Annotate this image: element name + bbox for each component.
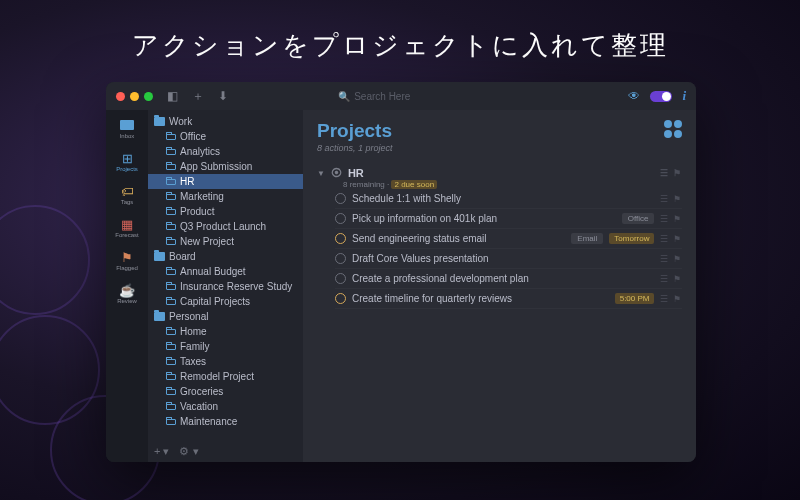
search-icon: 🔍	[338, 91, 350, 102]
task-tag[interactable]: Office	[622, 213, 655, 224]
view-grid-icon[interactable]	[664, 120, 682, 138]
rail-inbox[interactable]: Inbox	[119, 116, 135, 141]
task-row[interactable]: Create timeline for quarterly reviews5:0…	[335, 289, 682, 309]
outline-settings-button[interactable]: ⚙ ▾	[179, 445, 198, 458]
inbox-icon	[120, 120, 134, 130]
rail-forecast[interactable]: ▦ Forecast	[115, 215, 138, 240]
search-container: 🔍 Search Here	[234, 91, 622, 102]
folder-row[interactable]: Board	[148, 249, 303, 264]
project-row[interactable]: Marketing	[148, 189, 303, 204]
project-row[interactable]: Analytics	[148, 144, 303, 159]
task-row[interactable]: Draft Core Values presentation☰ ⚑	[335, 249, 682, 269]
task-checkbox[interactable]	[335, 213, 346, 224]
project-name: Groceries	[180, 386, 223, 397]
search-input[interactable]: 🔍 Search Here	[338, 91, 518, 102]
folder-row[interactable]: Personal	[148, 309, 303, 324]
task-title: Send engineering status email	[352, 233, 565, 244]
view-icon[interactable]: 👁	[628, 89, 640, 103]
titlebar: ◧ ＋ ⬇ 🔍 Search Here 👁 i	[106, 82, 696, 110]
rail-tags[interactable]: 🏷 Tags	[119, 182, 135, 207]
group-header[interactable]: ▼ ⦿ HR ☰ ⚑	[317, 167, 682, 179]
project-row[interactable]: Product	[148, 204, 303, 219]
project-icon	[166, 359, 176, 365]
perspective-subtitle: 8 actions, 1 project	[317, 143, 393, 153]
project-row[interactable]: Family	[148, 339, 303, 354]
task-checkbox[interactable]	[335, 273, 346, 284]
task-title: Create timeline for quarterly reviews	[352, 293, 609, 304]
nav-rail: Inbox ⊞ Projects 🏷 Tags ▦ Forecast ⚑ Fla…	[106, 110, 148, 462]
project-name: Vacation	[180, 401, 218, 412]
group-trail: ☰ ⚑	[660, 168, 682, 178]
due-soon-badge: 2 due soon	[391, 180, 437, 189]
project-row[interactable]: Remodel Project	[148, 369, 303, 384]
task-checkbox[interactable]	[335, 293, 346, 304]
folder-icon	[154, 312, 165, 321]
task-actions[interactable]: ☰ ⚑	[660, 214, 682, 224]
project-row[interactable]: App Submission	[148, 159, 303, 174]
project-row[interactable]: Office	[148, 129, 303, 144]
project-row[interactable]: Q3 Product Launch	[148, 219, 303, 234]
task-row[interactable]: Create a professional development plan☰ …	[335, 269, 682, 289]
group-summary: 8 remaining · 2 due soon	[343, 180, 682, 189]
project-row[interactable]: Vacation	[148, 399, 303, 414]
task-actions[interactable]: ☰ ⚑	[660, 194, 682, 204]
sidebar-toggle-icon[interactable]: ◧	[167, 89, 178, 103]
project-group: ▼ ⦿ HR ☰ ⚑ 8 remaining · 2 due soon Sche…	[317, 167, 682, 309]
projects-icon: ⊞	[119, 151, 135, 165]
minimize-button[interactable]	[130, 92, 139, 101]
project-row[interactable]: Capital Projects	[148, 294, 303, 309]
app-window: ◧ ＋ ⬇ 🔍 Search Here 👁 i Inbox ⊞ Projects	[106, 82, 696, 462]
cleanup-icon[interactable]: ⬇	[218, 89, 228, 103]
project-row[interactable]: Annual Budget	[148, 264, 303, 279]
task-actions[interactable]: ☰ ⚑	[660, 254, 682, 264]
tagline: アクションをプロジェクトに入れて整理	[0, 28, 800, 63]
zoom-button[interactable]	[144, 92, 153, 101]
remaining-count: 8 remaining	[343, 180, 385, 189]
task-checkbox[interactable]	[335, 193, 346, 204]
project-icon	[166, 164, 176, 170]
rail-label: Inbox	[120, 133, 135, 139]
task-row[interactable]: Send engineering status emailEmailTomorr…	[335, 229, 682, 249]
task-checkbox[interactable]	[335, 253, 346, 264]
task-tag[interactable]: Email	[571, 233, 603, 244]
project-row[interactable]: Taxes	[148, 354, 303, 369]
project-name: Capital Projects	[180, 296, 250, 307]
forecast-icon: ▦	[119, 217, 135, 231]
project-name: Taxes	[180, 356, 206, 367]
task-actions[interactable]: ☰ ⚑	[660, 294, 682, 304]
project-row[interactable]: Insurance Reserve Study	[148, 279, 303, 294]
toolbar-right: 👁 i	[628, 88, 686, 104]
close-button[interactable]	[116, 92, 125, 101]
task-actions[interactable]: ☰ ⚑	[660, 234, 682, 244]
task-actions[interactable]: ☰ ⚑	[660, 274, 682, 284]
project-row[interactable]: Maintenance	[148, 414, 303, 429]
rail-flagged[interactable]: ⚑ Flagged	[116, 248, 138, 273]
project-row[interactable]: New Project	[148, 234, 303, 249]
task-checkbox[interactable]	[335, 233, 346, 244]
add-button[interactable]: ＋	[192, 88, 204, 105]
perspective-title: Projects	[317, 120, 393, 142]
main-header: Projects 8 actions, 1 project	[317, 120, 682, 153]
project-name: Annual Budget	[180, 266, 246, 277]
task-row[interactable]: Pick up information on 401k planOffice☰ …	[335, 209, 682, 229]
tag-icon: 🏷	[119, 184, 135, 198]
project-name: Remodel Project	[180, 371, 254, 382]
project-row[interactable]: Groceries	[148, 384, 303, 399]
info-icon[interactable]: i	[682, 88, 686, 104]
project-name: Insurance Reserve Study	[180, 281, 292, 292]
rail-review[interactable]: ☕ Review	[117, 281, 137, 306]
focus-toggle[interactable]	[650, 91, 672, 102]
project-name: Maintenance	[180, 416, 237, 427]
task-row[interactable]: Schedule 1:1 with Shelly☰ ⚑	[335, 189, 682, 209]
project-name: Family	[180, 341, 209, 352]
window-controls	[116, 92, 153, 101]
review-icon: ☕	[119, 283, 135, 297]
project-row[interactable]: HR	[148, 174, 303, 189]
rail-projects[interactable]: ⊞ Projects	[116, 149, 138, 174]
project-icon	[166, 134, 176, 140]
add-outline-button[interactable]: + ▾	[154, 445, 169, 458]
task-due: 5:00 PM	[615, 293, 655, 304]
project-row[interactable]: Home	[148, 324, 303, 339]
folder-row[interactable]: Work	[148, 114, 303, 129]
project-icon	[166, 419, 176, 425]
